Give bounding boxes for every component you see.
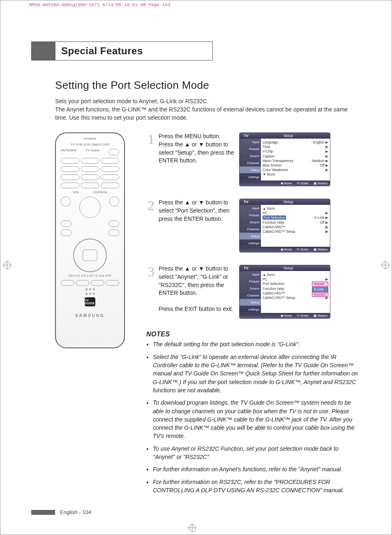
- step: 1 Press the MENU button. Press the ▲ or …: [146, 132, 360, 186]
- intro-text: Sets your port selection mode to Anynet,…: [55, 97, 351, 122]
- tvguide-logo: TV GUIDE: [85, 297, 95, 306]
- step-text: Press the ▲ or ▼ button to select "Port …: [159, 199, 235, 252]
- registration-mark-bottom: [187, 523, 196, 532]
- mute-button: [61, 197, 71, 206]
- manual-page: BP68-00520A-00Eng(088~107) 6/13/05 10:01…: [0, 0, 392, 535]
- enter-button: [83, 250, 97, 261]
- osd-screenshot: TVSetup InputPictureSoundChannelSetupLis…: [239, 199, 330, 252]
- step: 3 Press the ▲ or ▼ button to select "Any…: [146, 265, 360, 319]
- prech-button: [101, 183, 119, 188]
- note-item: For further information on Anynet's func…: [153, 465, 360, 473]
- registration-mark-left: [2, 260, 12, 269]
- chapter-title: Special Features: [55, 42, 212, 60]
- note-item: To download program listings, the TV Gui…: [153, 398, 360, 440]
- step-text: Press the ▲ or ▼ button to select "Anyne…: [159, 265, 235, 319]
- chapter-title-bar: Special Features: [31, 42, 213, 60]
- step-number: 1: [146, 132, 154, 186]
- notes-section: NOTES The default setting for the port s…: [146, 331, 360, 494]
- remote-illustration: POWER TV STB VCR CABLE DVD ANTENNATV Gui…: [55, 132, 125, 348]
- note-item: For further information on RS232C, refer…: [153, 478, 360, 495]
- mode-button: [108, 149, 119, 155]
- source-button: [109, 197, 119, 206]
- note-item: Select the "G-Link" to operate an extern…: [153, 353, 360, 394]
- step-number: 2: [146, 199, 154, 252]
- notes-list: The default setting for the port selecti…: [146, 340, 360, 494]
- step-text: Press the MENU button. Press the ▲ or ▼ …: [159, 132, 235, 186]
- step: 2 Press the ▲ or ▼ button to select "Por…: [146, 199, 360, 252]
- notes-heading: NOTES: [146, 331, 360, 338]
- osd-screenshot: TVSetup InputPictureSoundChannelSetupLis…: [239, 132, 330, 186]
- section-title: Setting the Port Selection Mode: [55, 79, 360, 91]
- osd-screenshot: TVSetup InputPictureSoundChannelSetupLis…: [239, 265, 330, 319]
- note-item: The default setting for the port selecti…: [153, 340, 360, 348]
- step-number: 3: [146, 265, 154, 319]
- registration-mark-right: [380, 260, 390, 269]
- dpad-ring: [73, 239, 107, 272]
- note-item: To use Anynet or RS232C Function, set yo…: [153, 445, 360, 461]
- print-slug: BP68-00520A-00Eng(088~107) 6/13/05 10:01…: [29, 3, 170, 7]
- brand-logo: SAMSUNG: [75, 314, 105, 318]
- page-footer: English - 104: [31, 510, 91, 515]
